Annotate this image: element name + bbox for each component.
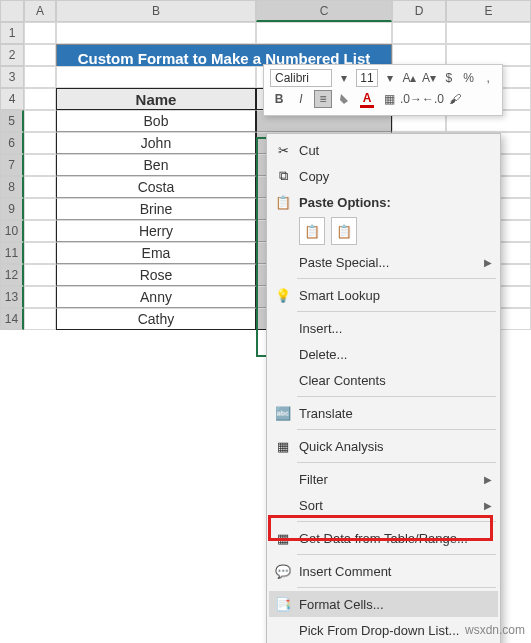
font-name-select[interactable]: Calibri [270, 69, 332, 87]
row-header-5[interactable]: 5 [0, 110, 24, 132]
ctx-cut[interactable]: ✂ Cut [269, 137, 498, 163]
cell-A11[interactable] [24, 242, 56, 264]
select-all-corner[interactable] [0, 0, 24, 22]
col-header-D[interactable]: D [392, 0, 446, 22]
ctx-format-cells[interactable]: 📑 Format Cells... [269, 591, 498, 617]
border-button[interactable]: ▦ [380, 90, 398, 108]
ctx-filter[interactable]: Filter ▶ [269, 466, 498, 492]
ctx-delete-label: Delete... [299, 347, 492, 362]
format-painter-icon[interactable]: 🖌 [446, 90, 464, 108]
ctx-separator [297, 429, 496, 430]
row-header-8[interactable]: 8 [0, 176, 24, 198]
col-header-B[interactable]: B [56, 0, 256, 22]
row-header-13[interactable]: 13 [0, 286, 24, 308]
paste-option-1[interactable]: 📋 [299, 217, 325, 245]
cell-A10[interactable] [24, 220, 56, 242]
cell-A1[interactable] [24, 22, 56, 44]
row-header-9[interactable]: 9 [0, 198, 24, 220]
cell-A9[interactable] [24, 198, 56, 220]
fill-color-button[interactable] [336, 90, 354, 108]
font-dropdown-icon[interactable]: ▾ [336, 69, 352, 87]
ctx-delete[interactable]: Delete... [269, 341, 498, 367]
italic-button[interactable]: I [292, 90, 310, 108]
row-header-10[interactable]: 10 [0, 220, 24, 242]
ctx-sort-label: Sort [299, 498, 478, 513]
increase-font-icon[interactable]: A▴ [402, 69, 418, 87]
col-header-A[interactable]: A [24, 0, 56, 22]
cell-B14[interactable]: Cathy [56, 308, 256, 330]
cell-B1[interactable] [56, 22, 256, 44]
ctx-format-cells-label: Format Cells... [299, 597, 492, 612]
cell-A13[interactable] [24, 286, 56, 308]
format-cells-icon: 📑 [273, 595, 293, 613]
cell-A5[interactable] [24, 110, 56, 132]
cell-B11[interactable]: Ema [56, 242, 256, 264]
ctx-copy[interactable]: ⧉ Copy [269, 163, 498, 189]
percent-icon[interactable]: % [461, 69, 477, 87]
ctx-separator [297, 396, 496, 397]
ctx-sort[interactable]: Sort ▶ [269, 492, 498, 518]
ctx-cut-label: Cut [299, 143, 492, 158]
cell-C1[interactable] [256, 22, 392, 44]
font-color-button[interactable]: A [358, 90, 376, 108]
cell-A3[interactable] [24, 66, 56, 88]
cell-A14[interactable] [24, 308, 56, 330]
row-header-7[interactable]: 7 [0, 154, 24, 176]
ctx-insert[interactable]: Insert... [269, 315, 498, 341]
currency-icon[interactable]: $ [441, 69, 457, 87]
increase-decimal-icon[interactable]: .0→ [402, 90, 420, 108]
cell-A7[interactable] [24, 154, 56, 176]
cell-A6[interactable] [24, 132, 56, 154]
col-header-E[interactable]: E [446, 0, 531, 22]
ctx-get-data[interactable]: ▦ Get Data from Table/Range... [269, 525, 498, 551]
row-header-6[interactable]: 6 [0, 132, 24, 154]
font-size-select[interactable]: 11 [356, 69, 378, 87]
row-header-4[interactable]: 4 [0, 88, 24, 110]
mini-toolbar[interactable]: Calibri ▾ 11 ▾ A▴ A▾ $ % , B I ≡ A ▦ .0→… [263, 64, 503, 116]
cell-B6[interactable]: John [56, 132, 256, 154]
context-menu[interactable]: ✂ Cut ⧉ Copy 📋 Paste Options: 📋 📋 Paste … [266, 133, 501, 643]
row-header-11[interactable]: 11 [0, 242, 24, 264]
ctx-pick-list-label: Pick From Drop-down List... [299, 623, 492, 638]
row-header-1[interactable]: 1 [0, 22, 24, 44]
row-header-12[interactable]: 12 [0, 264, 24, 286]
decrease-font-icon[interactable]: A▾ [421, 69, 437, 87]
cell-B10[interactable]: Herry [56, 220, 256, 242]
bold-button[interactable]: B [270, 90, 288, 108]
cell-D1[interactable] [392, 22, 446, 44]
cell-B9[interactable]: Brine [56, 198, 256, 220]
align-center-button[interactable]: ≡ [314, 90, 332, 108]
cell-E1[interactable] [446, 22, 531, 44]
row-header-3[interactable]: 3 [0, 66, 24, 88]
size-dropdown-icon[interactable]: ▾ [382, 69, 398, 87]
cell-A4[interactable] [24, 88, 56, 110]
header-name[interactable]: Name [56, 88, 256, 110]
cell-A8[interactable] [24, 176, 56, 198]
ctx-paste-special[interactable]: Paste Special... ▶ [269, 249, 498, 275]
ctx-smart-lookup[interactable]: 💡 Smart Lookup [269, 282, 498, 308]
ctx-insert-comment[interactable]: 💬 Insert Comment [269, 558, 498, 584]
comma-icon[interactable]: , [480, 69, 496, 87]
cell-D2[interactable] [392, 44, 446, 66]
chevron-right-icon: ▶ [484, 257, 492, 268]
decrease-decimal-icon[interactable]: ←.0 [424, 90, 442, 108]
ctx-clear[interactable]: Clear Contents [269, 367, 498, 393]
row-header-2[interactable]: 2 [0, 44, 24, 66]
ctx-smart-lookup-label: Smart Lookup [299, 288, 492, 303]
row-header-14[interactable]: 14 [0, 308, 24, 330]
col-header-C[interactable]: C [256, 0, 392, 22]
ctx-translate[interactable]: 🔤 Translate [269, 400, 498, 426]
ctx-clear-label: Clear Contents [299, 373, 492, 388]
cell-B5[interactable]: Bob [56, 110, 256, 132]
cell-B3[interactable] [56, 66, 256, 88]
cell-E2[interactable] [446, 44, 531, 66]
cell-A12[interactable] [24, 264, 56, 286]
cell-B12[interactable]: Rose [56, 264, 256, 286]
ctx-quick-analysis[interactable]: ▦ Quick Analysis [269, 433, 498, 459]
cell-A2[interactable] [24, 44, 56, 66]
cell-B7[interactable]: Ben [56, 154, 256, 176]
ctx-pick-list[interactable]: Pick From Drop-down List... [269, 617, 498, 643]
paste-option-2[interactable]: 📋 [331, 217, 357, 245]
cell-B8[interactable]: Costa [56, 176, 256, 198]
cell-B13[interactable]: Anny [56, 286, 256, 308]
